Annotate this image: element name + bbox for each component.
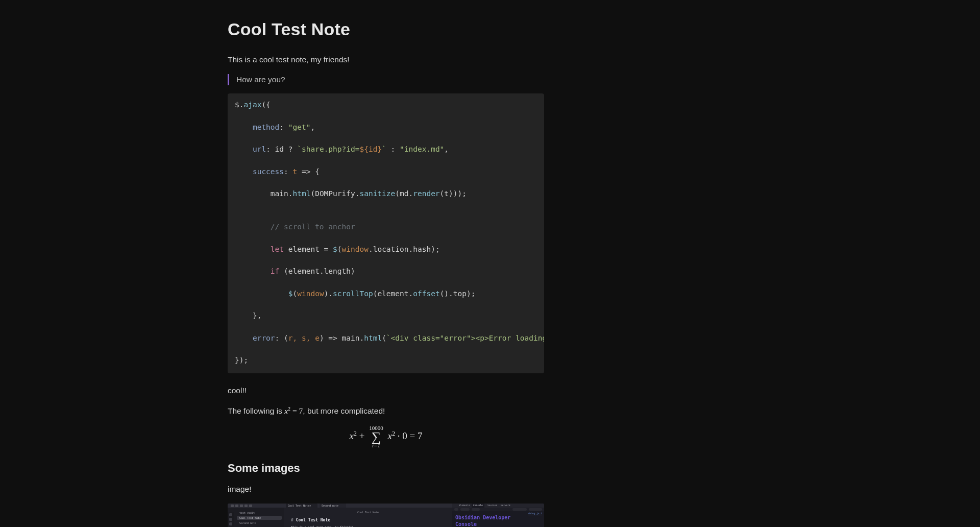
embedded-screenshot: test vault Cool Test Note Second note Co… [228, 504, 544, 527]
code-block: $.ajax({ method: "get", url: id ? `share… [228, 93, 544, 373]
intro-paragraph: This is a cool test note, my friends! [228, 54, 544, 66]
shot-vault-name: test vault [237, 511, 282, 515]
shot-devtools-tabs: Elements Console Sources Network [452, 504, 544, 508]
shot-editor: Cool Test Note # Cool Test Note This is … [284, 508, 452, 527]
inline-math: x2 = 7 [284, 406, 303, 415]
close-icon: × [309, 504, 311, 507]
shot-sidebar: test vault Cool Test Note Second note [228, 508, 284, 527]
shot-tabs: Cool Test Note× Second note [284, 504, 452, 508]
display-math: x2 + 10000 ∑ i=1 x2 · 0 = 7 [228, 425, 544, 448]
shot-devtools: Elements Console Sources Network debug.j… [452, 504, 544, 527]
document-body: Cool Test Note This is a cool test note,… [228, 0, 544, 527]
shot-file-other: Second note [237, 521, 282, 525]
image-caption: image! [228, 483, 544, 495]
shot-devtools-toolbar [452, 508, 544, 511]
shot-breadcrumb: Cool Test Note [284, 511, 452, 514]
shot-tab-2: Second note [320, 504, 346, 508]
blockquote: How are you? [228, 74, 544, 85]
shot-devtools-log: Obsidian Developer Console [455, 515, 542, 527]
inline-math-paragraph: The following is x2 = 7, but more compli… [228, 405, 544, 417]
images-heading: Some images [228, 462, 544, 475]
shot-tab-1: Cool Test Note× [286, 504, 317, 508]
shot-side-ribbon [228, 512, 234, 527]
shot-h1: # Cool Test Note [291, 518, 445, 522]
page-title: Cool Test Note [228, 19, 544, 39]
shot-file-active: Cool Test Note [237, 516, 282, 520]
post-code-paragraph: cool!! [228, 385, 544, 397]
